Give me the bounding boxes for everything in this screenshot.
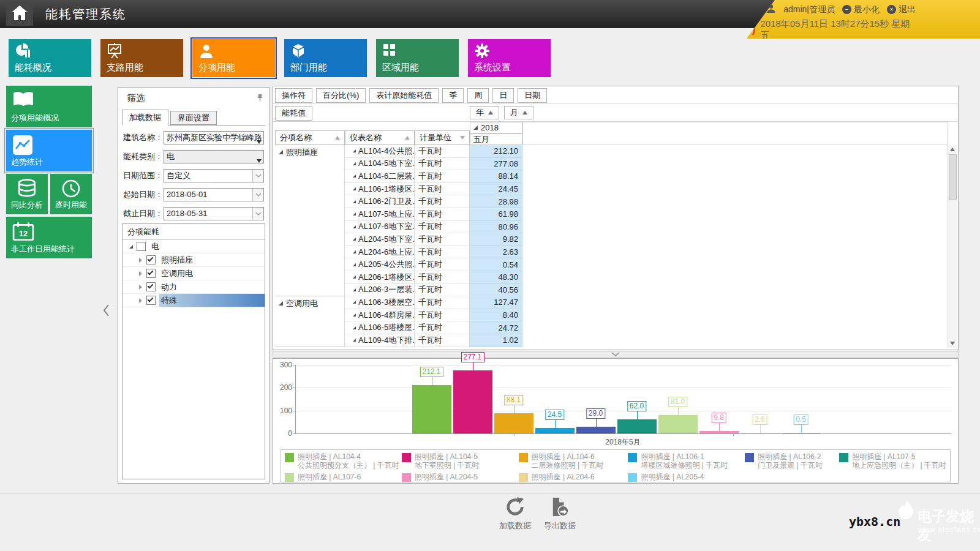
checkbox[interactable] xyxy=(137,242,146,251)
toolbar-chip-1[interactable]: 百分比(%) xyxy=(316,88,366,103)
nav-tile-overview[interactable]: 能耗概况 xyxy=(9,39,91,77)
toolbar-chip-4[interactable]: 周 xyxy=(467,88,489,103)
legend-item[interactable]: 照明插座 | AL104-5地下室照明 | 千瓦时 xyxy=(402,452,516,473)
table-row[interactable]: AL107-5地上应... 千瓦时 61.98 xyxy=(345,208,948,221)
sidebar-item-yoy-analysis[interactable]: 同比分析 xyxy=(6,174,48,214)
month-cell[interactable]: 五月 xyxy=(470,133,522,145)
pin-icon[interactable] xyxy=(257,93,263,104)
sidebar-item-subitem-overview[interactable]: 分项用能概况 xyxy=(6,86,92,127)
checkbox[interactable] xyxy=(146,255,156,264)
filter-field-select[interactable]: 自定义 xyxy=(164,169,264,182)
bar[interactable] xyxy=(658,415,698,433)
table-row[interactable]: AL106-4群房屋... 千瓦时 8.40 xyxy=(345,309,948,322)
tree-node[interactable]: 空调用电 xyxy=(123,267,265,280)
table-row[interactable]: AL104-4公共照... 千瓦时 212.10 xyxy=(345,145,948,158)
collapse-icon[interactable] xyxy=(136,298,145,303)
checkbox[interactable] xyxy=(146,282,156,291)
bar[interactable] xyxy=(782,433,821,433)
filter-tab-1[interactable]: 界面设置 xyxy=(170,111,217,125)
bar[interactable] xyxy=(453,370,492,433)
bar[interactable] xyxy=(535,428,575,433)
group-cell[interactable]: 空调用电 xyxy=(275,296,345,347)
scroll-down-icon[interactable] xyxy=(948,339,957,348)
table-row[interactable]: AL205-4公共照... 千瓦时 0.54 xyxy=(345,258,948,271)
collapse-icon[interactable] xyxy=(136,271,145,276)
month-sort-button[interactable]: 月 xyxy=(504,106,533,119)
vertical-scrollbar[interactable] xyxy=(948,145,957,348)
dropdown-chevron-icon[interactable] xyxy=(252,170,263,182)
table-row[interactable]: AL106-2门卫及... 千瓦时 28.98 xyxy=(345,195,948,208)
bar[interactable] xyxy=(576,427,616,433)
nav-tile-branch[interactable]: 支路用能 xyxy=(100,39,183,77)
nav-tile-settings[interactable]: 系统设置 xyxy=(468,39,551,77)
home-button[interactable] xyxy=(6,2,33,26)
column-header-unit[interactable]: 计量单位 xyxy=(415,130,470,145)
checkbox[interactable] xyxy=(146,296,156,305)
sidebar-item-nonworkday-stats[interactable]: 12 非工作日用能统计 xyxy=(6,217,92,258)
filter-field-select[interactable]: 电 xyxy=(164,150,264,163)
table-row[interactable]: AL204-6地上应... 千瓦时 2.63 xyxy=(345,246,948,259)
legend-item[interactable]: 照明插座 | AL106-2门卫及景观 | 千瓦时 xyxy=(745,452,837,473)
legend-item[interactable]: 照明插座 | AL106-1塔楼区域装修照明 | 千瓦时 xyxy=(628,452,742,473)
export-data-button[interactable]: 导出数据 xyxy=(538,497,582,531)
bar[interactable] xyxy=(741,433,780,433)
tree-node[interactable]: 照明插座 xyxy=(123,253,265,267)
dropdown-chevron-icon[interactable] xyxy=(252,189,263,201)
bar[interactable] xyxy=(494,413,533,433)
toolbar-chip-5[interactable]: 日 xyxy=(492,88,514,103)
table-row[interactable]: AL206-1塔楼区... 千瓦时 48.30 xyxy=(345,271,948,284)
exit-button[interactable]: ×退出 xyxy=(887,4,916,15)
table-row[interactable]: AL106-3楼层空... 千瓦时 127.47 xyxy=(345,296,948,309)
bell-icon[interactable]: () xyxy=(738,24,755,36)
column-header-meter[interactable]: 仪表名称 xyxy=(345,130,415,145)
collapse-icon[interactable] xyxy=(136,258,145,263)
nav-tile-department[interactable]: 部门用能 xyxy=(284,39,367,77)
bar[interactable] xyxy=(699,431,739,433)
toolbar-chip-3[interactable]: 季 xyxy=(442,88,464,103)
bar[interactable] xyxy=(412,385,451,433)
nav-tile-subitem[interactable]: 分项用能 xyxy=(192,39,275,77)
scroll-up-icon[interactable] xyxy=(948,145,957,154)
table-row[interactable]: AL106-1塔楼区... 千瓦时 24.45 xyxy=(345,183,948,196)
toolbar-chip-6[interactable]: 日期 xyxy=(518,88,547,103)
legend-item[interactable]: 照明插座 | AL104-4公共照明预分支（主） | 千瓦时 xyxy=(285,452,399,473)
toolbar-chip-0[interactable]: 操作符 xyxy=(275,88,312,103)
table-row[interactable]: AL107-6地下室... 千瓦时 80.96 xyxy=(345,221,948,234)
tree-node[interactable]: 特殊 xyxy=(123,294,265,307)
dropdown-arrow-icon[interactable] xyxy=(257,156,262,165)
sidebar-collapse-icon[interactable] xyxy=(102,304,110,320)
load-data-button[interactable]: 加载数据 xyxy=(493,497,537,531)
legend-item[interactable]: 照明插座 | AL107-6地下室应急照明 | 千瓦时 xyxy=(285,473,399,482)
filter-field-select[interactable]: 2018-05-01 xyxy=(164,188,264,201)
legend-item[interactable]: 照明插座 | AL104-6二层装修照明 | 千瓦时 xyxy=(519,452,626,473)
nav-tile-region[interactable]: 区域用能 xyxy=(376,39,459,77)
toolbar-chip-2[interactable]: 表计原始能耗值 xyxy=(369,88,439,103)
filter-tab-0[interactable]: 加载数据 xyxy=(122,110,168,126)
minimize-button[interactable]: −最小化 xyxy=(842,4,880,15)
legend-item[interactable]: 照明插座 | AL205-4公共照明预分支（备） | 千瓦时 xyxy=(628,473,742,482)
legend-item[interactable]: 照明插座 | AL107-5地上应急照明（主） | 千瓦时 xyxy=(839,452,946,473)
tree-node[interactable]: 动力 xyxy=(123,280,265,294)
group-cell[interactable]: 照明插座 xyxy=(275,145,345,296)
dropdown-arrow-icon[interactable] xyxy=(257,137,262,146)
measure-chip[interactable]: 能耗值 xyxy=(275,106,312,121)
expand-icon[interactable] xyxy=(126,245,135,249)
sidebar-item-hourly-energy[interactable]: 逐时用能 xyxy=(50,174,92,214)
table-row[interactable]: AL109-4地下排... 千瓦时 1.02 xyxy=(345,334,948,347)
sidebar-item-trend-stats[interactable]: 趋势统计 xyxy=(6,130,92,171)
table-row[interactable]: AL206-3一层装... 千瓦时 40.56 xyxy=(345,284,948,297)
year-group-cell[interactable]: 2018 xyxy=(470,122,522,133)
column-header-category[interactable]: 分项名称 xyxy=(275,130,345,145)
collapse-icon[interactable] xyxy=(136,285,145,290)
tree-node-root[interactable]: 电 xyxy=(123,240,265,253)
table-row[interactable]: AL204-5地下室... 千瓦时 9.82 xyxy=(345,233,948,246)
table-row[interactable]: AL104-5地下室... 千瓦时 277.08 xyxy=(345,158,948,171)
bar[interactable] xyxy=(617,419,657,433)
dropdown-chevron-icon[interactable] xyxy=(252,208,263,220)
table-row[interactable]: AL104-6二层装... 千瓦时 88.14 xyxy=(345,170,948,183)
year-sort-button[interactable]: 年 xyxy=(470,106,499,119)
scrollbar-thumb[interactable] xyxy=(949,154,957,200)
checkbox[interactable] xyxy=(146,269,156,278)
filter-field-select[interactable]: 苏州高新区实验中学锦峰路 xyxy=(164,131,264,144)
filter-field-select[interactable]: 2018-05-31 xyxy=(164,207,264,220)
